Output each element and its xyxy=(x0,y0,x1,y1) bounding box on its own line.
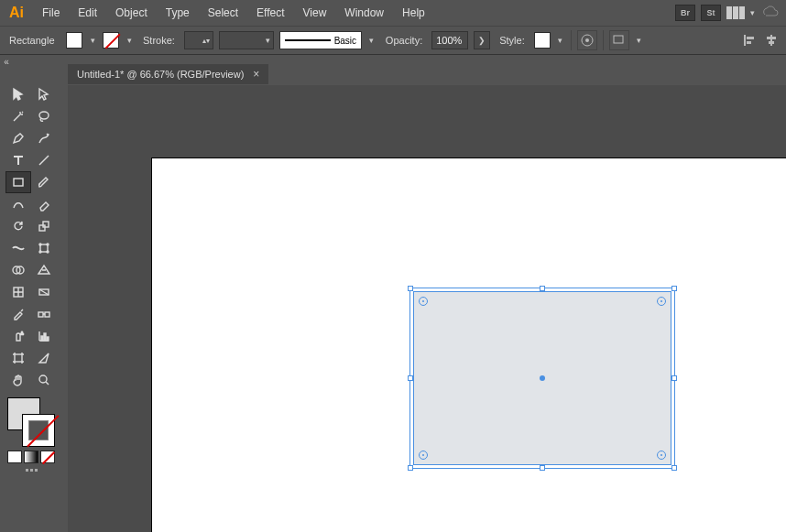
paintbrush-tool[interactable] xyxy=(32,172,56,192)
color-mode-solid[interactable] xyxy=(7,451,22,463)
opacity-field[interactable]: 100% xyxy=(431,31,468,49)
eyedropper-tool[interactable] xyxy=(6,304,30,324)
color-mode-none[interactable] xyxy=(40,451,55,463)
menu-select[interactable]: Select xyxy=(199,3,247,23)
lasso-tool[interactable] xyxy=(32,106,56,126)
menu-file[interactable]: File xyxy=(33,3,69,23)
stroke-label: Stroke: xyxy=(139,35,179,46)
sync-icon[interactable] xyxy=(760,5,779,21)
svg-point-15 xyxy=(47,244,49,245)
column-graph-tool[interactable] xyxy=(32,326,56,346)
workspace-switcher-icon[interactable] xyxy=(726,6,745,19)
svg-point-26 xyxy=(20,333,21,334)
direct-selection-tool[interactable] xyxy=(32,84,56,104)
separator xyxy=(603,30,604,50)
free-transform-tool[interactable] xyxy=(32,238,56,258)
svg-point-25 xyxy=(22,333,23,334)
stroke-weight-field[interactable]: ▴▾ xyxy=(184,31,213,49)
magic-wand-tool[interactable] xyxy=(6,106,30,126)
graphic-style-swatch[interactable] xyxy=(534,32,551,49)
svg-rect-10 xyxy=(14,179,23,186)
scale-tool[interactable] xyxy=(32,216,56,236)
zoom-tool[interactable] xyxy=(32,370,56,390)
svg-rect-22 xyxy=(38,312,43,317)
type-tool[interactable] xyxy=(6,150,30,170)
symbol-sprayer-tool[interactable] xyxy=(6,326,30,346)
menu-help[interactable]: Help xyxy=(393,3,434,23)
align-left-icon[interactable] xyxy=(740,31,759,49)
recolor-artwork-icon[interactable] xyxy=(577,30,597,50)
svg-point-1 xyxy=(585,38,589,42)
variable-width-profile[interactable]: ▾ xyxy=(219,31,274,49)
fill-dropdown[interactable]: ▾ xyxy=(88,36,97,45)
document-tab-bar: Untitled-1* @ 66.67% (RGB/Preview) × xyxy=(68,63,268,85)
slice-tool[interactable] xyxy=(32,348,56,368)
menu-effect[interactable]: Effect xyxy=(247,3,293,23)
canvas-stage[interactable] xyxy=(68,85,786,532)
rotate-tool[interactable] xyxy=(6,216,30,236)
fill-swatch[interactable] xyxy=(66,32,82,49)
gradient-tool[interactable] xyxy=(32,282,56,302)
align-dropdown-arrow[interactable]: ▾ xyxy=(635,36,644,45)
stroke-swatch[interactable] xyxy=(103,32,119,49)
svg-rect-6 xyxy=(770,35,772,46)
svg-rect-2 xyxy=(614,36,623,43)
svg-rect-29 xyxy=(47,337,49,341)
app-logo: Ai xyxy=(5,5,33,21)
svg-point-24 xyxy=(21,331,22,332)
align-dropdown-icon[interactable] xyxy=(609,30,629,50)
stock-button[interactable]: St xyxy=(701,5,721,21)
svg-rect-23 xyxy=(45,312,49,317)
menu-edit[interactable]: Edit xyxy=(69,3,106,23)
svg-point-31 xyxy=(39,375,47,383)
perspective-grid-tool[interactable] xyxy=(32,260,56,280)
pen-tool[interactable] xyxy=(6,128,30,148)
close-tab-icon[interactable]: × xyxy=(253,68,259,81)
menu-view[interactable]: View xyxy=(294,3,336,23)
line-segment-tool[interactable] xyxy=(32,150,56,170)
svg-rect-5 xyxy=(747,41,751,44)
shaper-tool[interactable] xyxy=(6,194,30,214)
menu-object[interactable]: Object xyxy=(106,3,157,23)
menu-bar: Ai File Edit Object Type Select Effect V… xyxy=(0,0,786,26)
curvature-tool[interactable] xyxy=(32,128,56,148)
menu-window[interactable]: Window xyxy=(335,3,393,23)
panel-collapse-icon[interactable]: « xyxy=(0,55,13,68)
document-tab[interactable]: Untitled-1* @ 66.67% (RGB/Preview) × xyxy=(68,64,268,84)
style-dropdown[interactable]: ▾ xyxy=(556,36,565,45)
rectangle-shape[interactable] xyxy=(413,291,671,465)
bridge-button[interactable]: Br xyxy=(675,5,695,21)
blend-tool[interactable] xyxy=(32,304,56,324)
width-tool[interactable] xyxy=(6,238,30,258)
svg-rect-27 xyxy=(41,336,43,341)
svg-point-14 xyxy=(39,244,41,245)
artboard-tool[interactable] xyxy=(6,348,30,368)
shape-builder-tool[interactable] xyxy=(6,260,30,280)
separator xyxy=(571,30,572,50)
svg-rect-30 xyxy=(15,354,22,362)
menu-type[interactable]: Type xyxy=(157,3,199,23)
screen-mode-icon[interactable] xyxy=(5,469,57,472)
brush-dropdown[interactable]: ▾ xyxy=(367,36,377,45)
brush-definition[interactable]: Basic xyxy=(279,31,362,49)
svg-rect-8 xyxy=(769,41,774,44)
svg-rect-7 xyxy=(767,37,776,39)
selection-type-label: Rectangle xyxy=(5,35,60,46)
document-tab-title: Untitled-1* @ 66.67% (RGB/Preview) xyxy=(77,69,244,80)
align-center-icon[interactable] xyxy=(762,31,781,49)
opacity-dropdown[interactable]: ❯ xyxy=(474,31,490,49)
color-mode-gradient[interactable] xyxy=(24,451,38,463)
chevron-down-icon[interactable]: ▾ xyxy=(750,8,755,17)
svg-point-16 xyxy=(39,251,41,253)
fill-stroke-control[interactable] xyxy=(7,397,55,447)
style-label: Style: xyxy=(496,35,529,46)
hand-tool[interactable] xyxy=(6,370,30,390)
rectangle-tool[interactable] xyxy=(6,172,30,192)
svg-rect-11 xyxy=(39,225,45,231)
eraser-tool[interactable] xyxy=(32,194,56,214)
stroke-color-box[interactable] xyxy=(22,414,55,447)
stroke-dropdown[interactable]: ▾ xyxy=(125,36,134,45)
selection-tool[interactable] xyxy=(6,84,30,104)
svg-rect-4 xyxy=(747,37,754,39)
mesh-tool[interactable] xyxy=(6,282,30,302)
